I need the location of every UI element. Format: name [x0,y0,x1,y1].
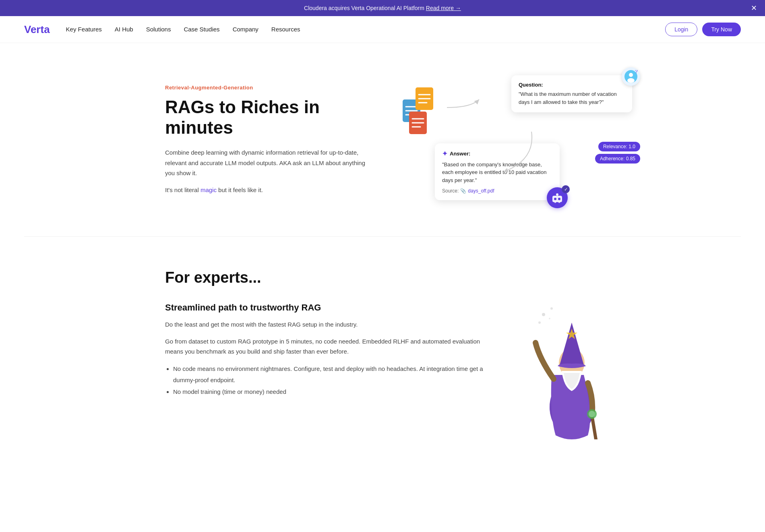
answer-label: ✦ Answer: [442,150,552,157]
hero-magic-link[interactable]: magic [201,186,217,193]
hero-description-1: Combine deep learning with dynamic infor… [165,147,366,178]
bot-avatar: ✓ [547,187,568,208]
experts-text: Streamlined path to trustworthy RAG Do t… [165,302,495,397]
orange-doc-icon [416,87,436,113]
svg-point-26 [549,318,550,319]
nav-key-features[interactable]: Key Features [66,26,102,33]
svg-line-29 [592,415,596,439]
question-label: Question: [519,82,625,88]
answer-source: Source: 📎 days_off.pdf [442,188,552,194]
svg-point-17 [554,198,556,200]
experts-subtitle: Streamlined path to trustworthy RAG [165,302,495,313]
hero-desc2-prefix: It's not literal [165,186,201,193]
svg-point-25 [538,321,541,324]
experts-para-1: Do the least and get the most with the f… [165,319,495,330]
hero-description-2: It's not literal magic but it feels like… [165,185,366,195]
source-file-icon: 📎 [460,188,466,194]
experts-section-header: For experts... [165,269,600,286]
svg-point-24 [550,307,553,310]
answer-label-icon: ✦ [442,150,447,157]
experts-list-item-1: No code means no environment nightmares.… [173,363,495,386]
hero-desc2-suffix: but it feels like it. [217,186,263,193]
user-icon: ? [624,70,637,83]
source-link[interactable]: days_off.pdf [468,188,494,194]
nav-company[interactable]: Company [233,26,258,33]
try-now-button[interactable]: Try Now [702,23,741,36]
svg-rect-21 [554,201,556,203]
nav-solutions[interactable]: Solutions [146,26,171,33]
nav-actions: Login Try Now [665,23,741,36]
svg-point-31 [589,411,595,417]
relevance-badge: Relevance: 1.0 [598,142,640,151]
hero-tag: Retrieval-Augmented-Generation [165,85,366,91]
answer-bubble: ✦ Answer: "Based on the company's knowle… [435,143,560,201]
hero-section: Retrieval-Augmented-Generation RAGs to R… [101,43,664,236]
red-doc-icon [409,112,430,137]
adherence-badge: Adherence: 0.85 [595,154,640,164]
svg-rect-19 [556,193,558,196]
svg-point-13 [629,73,633,77]
wizard-illustration [527,302,600,441]
svg-text:?: ? [635,70,637,75]
svg-point-18 [558,198,560,200]
hero-title: RAGs to Riches in minutes [165,97,366,138]
logo[interactable]: Verta [24,23,50,36]
svg-rect-16 [552,196,562,202]
wizard-svg [527,302,608,439]
experts-list-item-2: No model training (time or money) needed [173,386,495,398]
svg-point-14 [627,78,635,83]
nav-case-studies[interactable]: Case Studies [184,26,219,33]
nav-resources[interactable]: Resources [271,26,300,33]
banner-text: Cloudera acquires Verta Operational AI P… [304,5,426,11]
experts-list: No code means no environment nightmares.… [165,363,495,398]
nav-ai-hub[interactable]: AI Hub [115,26,133,33]
banner-link[interactable]: Read more → [426,5,461,11]
nav-links: Key Features AI Hub Solutions Case Studi… [66,26,666,33]
experts-section: For experts... Streamlined path to trust… [101,237,664,473]
bot-icon [551,192,563,204]
announcement-banner: Cloudera acquires Verta Operational AI P… [0,0,765,16]
banner-close-button[interactable]: ✕ [751,4,757,12]
hero-illustration: Question: "What is the maximum number of… [382,67,640,212]
login-button[interactable]: Login [665,23,697,36]
svg-point-23 [542,313,545,316]
svg-rect-22 [558,201,560,203]
hero-content: Retrieval-Augmented-Generation RAGs to R… [165,85,366,195]
experts-para-2: Go from dataset to custom RAG prototype … [165,336,495,357]
experts-content: Streamlined path to trustworthy RAG Do t… [165,302,600,441]
question-text: "What is the maximum number of vacation … [519,90,625,106]
answer-text: "Based on the company's knowledge base, … [442,161,552,184]
document-cluster [403,87,443,136]
user-avatar: ? [622,67,640,86]
question-bubble: Question: "What is the maximum number of… [511,75,632,112]
bot-check-badge: ✓ [562,185,570,193]
main-nav: Verta Key Features AI Hub Solutions Case… [0,16,765,43]
